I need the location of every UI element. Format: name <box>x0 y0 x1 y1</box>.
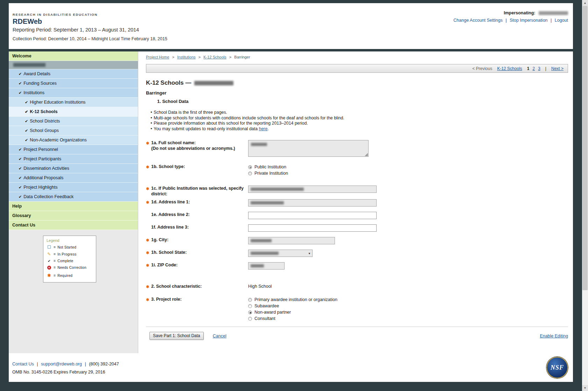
here-link[interactable]: here <box>259 126 268 131</box>
check-icon: ✔ <box>19 69 22 78</box>
address-line2-input[interactable] <box>248 212 377 219</box>
breadcrumb-institutions[interactable]: Institutions <box>177 55 196 59</box>
field-sublabel: (Do not use abbreviations or acronyms.) <box>151 146 235 151</box>
redacted-award-number <box>194 81 233 85</box>
sidebar-item-label: School Districts <box>30 117 60 126</box>
equals-sign: = <box>54 259 56 263</box>
page-2-link[interactable]: 2 <box>532 66 535 71</box>
breadcrumb-k12-schools[interactable]: K-12 Schools <box>203 55 226 59</box>
district-input[interactable] <box>248 186 377 193</box>
sidebar-item-project-highlights[interactable]: ✔ Project Highlights <box>9 183 138 192</box>
sidebar-item-glossary[interactable]: Glossary <box>9 211 138 221</box>
sidebar-item-funding-sources[interactable]: ✔ Funding Sources <box>9 79 138 88</box>
breadcrumb-current: Barringer <box>234 55 250 59</box>
sidebar-item-school-districts[interactable]: ✔ School Districts <box>9 117 138 126</box>
equals-sign: = <box>54 266 56 270</box>
impersonating-row: Impersonating: <box>454 11 568 15</box>
zip-code-input[interactable] <box>248 262 285 270</box>
address-line1-input[interactable] <box>248 199 377 207</box>
instruction-text: Multi-age schools for students with cond… <box>154 116 344 121</box>
form-row-1f: 1f. Address line 3: <box>146 224 568 232</box>
breadcrumb-project-home[interactable]: Project Home <box>146 55 169 59</box>
form-divider <box>146 327 568 327</box>
section-title: 1. School Data <box>157 99 568 104</box>
check-icon: ✔ <box>25 135 28 145</box>
scrollbar-thumb[interactable] <box>582 6 588 290</box>
sidebar-item-additional-proposals[interactable]: ✔ Additional Proposals <box>9 173 138 183</box>
equals-sign: = <box>54 245 56 249</box>
address-line3-input[interactable] <box>248 224 377 232</box>
instruction-text: You may submit updates to read-only inst… <box>154 126 269 132</box>
not-started-icon <box>48 245 51 249</box>
sidebar-item-label: Data Collection Feedback <box>23 192 74 201</box>
sidebar-item-k12-schools[interactable]: ✔ K-12 Schools <box>9 107 138 117</box>
radio-non-award-partner[interactable]: Non-award partner <box>248 309 568 315</box>
required-icon: ✱ <box>146 250 151 257</box>
stop-impersonation-link[interactable]: Stop Impersonation <box>510 18 547 23</box>
enable-editing-link[interactable]: Enable Editing <box>540 334 568 338</box>
radio-public-institution[interactable]: Public Institution <box>248 164 568 170</box>
radio-primary-awardee[interactable]: Primary awardee institution or organizat… <box>248 296 568 303</box>
redacted-value <box>251 188 304 191</box>
change-account-settings-link[interactable]: Change Account Settings <box>454 18 503 23</box>
form-row-1g: ✱ 1g. City: <box>146 237 568 244</box>
radio-button-icon <box>248 172 252 175</box>
sidebar-item-label: Institutions <box>23 88 44 97</box>
breadcrumb: Project Home > Institutions > K-12 Schoo… <box>146 55 568 59</box>
required-icon: ✱ <box>146 199 151 207</box>
sidebar-item-project-participants[interactable]: ✔ Project Participants <box>9 154 138 164</box>
scroll-up-icon[interactable]: ▲ <box>582 0 588 6</box>
sidebar-item-label: Project Personnel <box>23 145 58 154</box>
footer-contact-us-link[interactable]: Contact Us <box>12 362 34 366</box>
form-row-1b: ✱ 1b. School type: Public Institution <box>146 164 568 176</box>
required-icon: ✱ <box>146 186 151 197</box>
sidebar-item-data-collection-feedback[interactable]: ✔ Data Collection Feedback <box>9 192 138 202</box>
radio-button-icon <box>248 317 252 321</box>
pagination-bar: < Previous K-12 Schools 1 2 3 | Next > <box>146 64 568 73</box>
sidebar-item-higher-education-institutions[interactable]: ✔ Higher Education Institutions <box>9 98 138 107</box>
sidebar-item-institutions[interactable]: ✔ Institutions <box>9 88 138 98</box>
full-school-name-textarea[interactable] <box>248 140 369 157</box>
city-input[interactable] <box>248 237 335 244</box>
legend-label: Required <box>57 274 72 278</box>
page-3-link[interactable]: 3 <box>538 66 540 71</box>
scroll-down-icon[interactable]: ▼ <box>582 385 588 391</box>
separator: | <box>505 18 506 23</box>
field-label: 1e. Address line 2: <box>151 212 190 217</box>
radio-private-institution[interactable]: Private Institution <box>248 170 568 176</box>
sidebar-item-help[interactable]: Help <box>9 202 138 211</box>
cancel-link[interactable]: Cancel <box>213 334 226 338</box>
legend-item-complete: ✔ = Complete <box>47 259 93 263</box>
resize-grip-icon[interactable] <box>365 153 368 156</box>
check-icon: ✔ <box>19 173 22 182</box>
sidebar-item-contact-us[interactable]: Contact Us <box>9 221 138 230</box>
sidebar-item-welcome[interactable]: Welcome <box>9 51 138 61</box>
sidebar-item-project-personnel[interactable]: ✔ Project Personnel <box>9 145 138 154</box>
sidebar-item-dissemination-activities[interactable]: ✔ Dissemination Activities <box>9 164 138 173</box>
save-part1-button[interactable]: Save Part 1: School Data <box>149 332 204 340</box>
check-icon: ✔ <box>25 98 28 107</box>
field-label: 1i. ZIP Code: <box>151 263 177 267</box>
state-select[interactable]: ▼ <box>248 250 313 257</box>
main-content: Project Home > Institutions > K-12 Schoo… <box>138 51 573 353</box>
sidebar-item-award-details[interactable]: ✔ Award Details <box>9 69 138 79</box>
instruction-item: • Please provide information about this … <box>149 121 568 126</box>
radio-label: Non-award partner <box>254 310 291 315</box>
footer-phone: (800) 392-2047 <box>89 362 119 366</box>
radio-label: Subawardee <box>254 303 279 308</box>
radio-consultant[interactable]: Consultant <box>248 315 568 322</box>
next-link[interactable]: Next > <box>551 66 564 71</box>
sidebar-item-school-groups[interactable]: ✔ School Groups <box>9 126 138 135</box>
sidebar-item-non-academic-organizations[interactable]: ✔ Non-Academic Organizations <box>9 135 138 145</box>
legend-item-needs-correction: ✕ = Needs Correction <box>47 265 93 270</box>
logout-link[interactable]: Logout <box>555 18 568 23</box>
account-area: Impersonating: Change Account Settings |… <box>454 11 568 23</box>
required-icon: ✱ <box>146 296 151 322</box>
previous-link-disabled: < Previous <box>472 66 492 71</box>
k12-schools-list-link[interactable]: K-12 Schools <box>497 66 522 71</box>
sidebar-item-project-redacted[interactable] <box>9 61 138 69</box>
form-row-1h: ✱ 1h. School State: ▼ <box>146 250 568 257</box>
footer-email-link[interactable]: support@rdeweb.org <box>41 362 82 366</box>
scrollbar[interactable]: ▲ ▼ <box>582 0 588 391</box>
radio-subawardee[interactable]: Subawardee <box>248 303 568 309</box>
